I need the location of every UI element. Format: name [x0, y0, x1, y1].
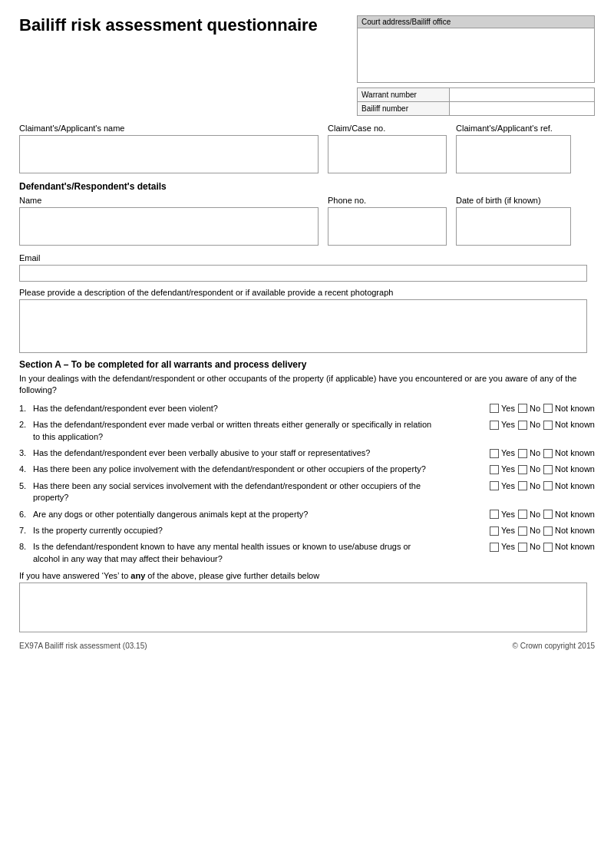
not-known-checkbox-1[interactable] — [543, 404, 553, 413]
question-row-7: 7.Is the property currently occupied?Yes… — [19, 525, 595, 536]
defendant-name-input[interactable] — [19, 207, 319, 246]
no-checkbox-5[interactable] — [518, 481, 527, 490]
not-known-group-7[interactable]: Not known — [543, 525, 595, 536]
phone-input[interactable] — [328, 207, 447, 246]
bailiff-value[interactable] — [450, 102, 594, 115]
no-checkbox-7[interactable] — [518, 526, 527, 536]
further-details-input[interactable] — [19, 583, 587, 632]
claimant-ref-input[interactable] — [456, 135, 571, 173]
description-group: Please provide a description of the defe… — [19, 288, 595, 353]
no-group-1[interactable]: No — [518, 403, 540, 414]
not-known-checkbox-8[interactable] — [543, 543, 553, 552]
not-known-group-2[interactable]: Not known — [543, 419, 595, 431]
no-checkbox-2[interactable] — [518, 421, 527, 430]
warrant-value[interactable] — [450, 88, 594, 101]
yes-checkbox-3[interactable] — [490, 449, 499, 458]
yes-checkbox-1[interactable] — [490, 404, 499, 413]
not-known-group-3[interactable]: Not known — [543, 447, 595, 459]
not-known-checkbox-6[interactable] — [543, 510, 553, 519]
defendant-row: Name Phone no. Date of birth (if known) — [19, 196, 595, 246]
question-options-1: YesNoNot known — [441, 403, 595, 414]
yes-checkbox-7[interactable] — [490, 526, 499, 536]
question-num-2: 2. — [19, 419, 33, 431]
description-input[interactable] — [19, 299, 587, 353]
yes-label-4: Yes — [501, 464, 515, 475]
further-details-any: any — [130, 571, 145, 580]
not-known-label-3: Not known — [555, 447, 595, 459]
question-row-5: 5.Has there been any social services inv… — [19, 480, 595, 504]
claimant-ref-label: Claimant's/Applicant's ref. — [456, 124, 571, 133]
page-title: Bailiff risk assessment questionnaire — [19, 15, 357, 35]
yes-group-8[interactable]: Yes — [490, 541, 515, 553]
yes-label-5: Yes — [501, 480, 515, 492]
no-checkbox-6[interactable] — [518, 510, 527, 519]
question-options-6: YesNoNot known — [441, 509, 595, 520]
no-group-7[interactable]: No — [518, 525, 540, 536]
claim-no-group: Claim/Case no. — [328, 124, 447, 173]
yes-group-7[interactable]: Yes — [490, 525, 515, 536]
yes-group-4[interactable]: Yes — [490, 464, 515, 475]
not-known-group-6[interactable]: Not known — [543, 509, 595, 520]
not-known-label-5: Not known — [555, 480, 595, 492]
not-known-checkbox-5[interactable] — [543, 481, 553, 490]
not-known-checkbox-2[interactable] — [543, 421, 553, 430]
claimant-row: Claimant's/Applicant's name Claim/Case n… — [19, 124, 595, 173]
no-label-6: No — [530, 509, 540, 520]
yes-group-3[interactable]: Yes — [490, 447, 515, 459]
warrant-row: Warrant number — [357, 87, 595, 102]
question-text-5: Has there been any social services invol… — [33, 480, 441, 504]
question-num-4: 4. — [19, 464, 33, 475]
yes-group-6[interactable]: Yes — [490, 509, 515, 520]
question-options-8: YesNoNot known — [441, 541, 595, 553]
not-known-group-8[interactable]: Not known — [543, 541, 595, 553]
yes-group-1[interactable]: Yes — [490, 403, 515, 414]
yes-checkbox-6[interactable] — [490, 510, 499, 519]
email-label: Email — [19, 253, 595, 262]
yes-checkbox-4[interactable] — [490, 465, 499, 474]
question-options-3: YesNoNot known — [441, 447, 595, 459]
bailiff-row: Bailiff number — [357, 102, 595, 116]
claim-no-input[interactable] — [328, 135, 447, 173]
question-num-5: 5. — [19, 480, 33, 492]
no-group-6[interactable]: No — [518, 509, 540, 520]
email-input[interactable] — [19, 265, 587, 282]
not-known-checkbox-3[interactable] — [543, 449, 553, 458]
no-checkbox-1[interactable] — [518, 404, 527, 413]
dob-input[interactable] — [456, 207, 571, 246]
no-label-1: No — [530, 403, 540, 414]
not-known-group-1[interactable]: Not known — [543, 403, 595, 414]
yes-checkbox-2[interactable] — [490, 421, 499, 430]
question-row-1: 1.Has the defendant/respondent ever been… — [19, 403, 595, 414]
not-known-checkbox-4[interactable] — [543, 465, 553, 474]
question-options-7: YesNoNot known — [441, 525, 595, 536]
no-group-8[interactable]: No — [518, 541, 540, 553]
yes-group-5[interactable]: Yes — [490, 480, 515, 492]
footer-left: EX97A Bailiff risk assessment (03.15) — [19, 642, 147, 650]
question-text-7: Is the property currently occupied? — [33, 525, 441, 536]
yes-checkbox-5[interactable] — [490, 481, 499, 490]
no-group-5[interactable]: No — [518, 480, 540, 492]
no-group-3[interactable]: No — [518, 447, 540, 459]
question-row-3: 3.Has the defendant/respondent ever been… — [19, 447, 595, 459]
defendant-name-group: Name — [19, 196, 319, 246]
not-known-label-1: Not known — [555, 403, 595, 414]
claimant-name-input[interactable] — [19, 135, 319, 173]
not-known-checkbox-7[interactable] — [543, 526, 553, 536]
no-group-4[interactable]: No — [518, 464, 540, 475]
yes-label-1: Yes — [501, 403, 515, 414]
no-label-2: No — [530, 419, 540, 431]
no-label-5: No — [530, 480, 540, 492]
yes-checkbox-8[interactable] — [490, 543, 499, 552]
not-known-group-4[interactable]: Not known — [543, 464, 595, 475]
yes-group-2[interactable]: Yes — [490, 419, 515, 431]
not-known-label-2: Not known — [555, 419, 595, 431]
no-checkbox-8[interactable] — [518, 543, 527, 552]
no-checkbox-3[interactable] — [518, 449, 527, 458]
no-group-2[interactable]: No — [518, 419, 540, 431]
not-known-group-5[interactable]: Not known — [543, 480, 595, 492]
not-known-label-4: Not known — [555, 464, 595, 475]
court-address-area[interactable] — [358, 28, 594, 82]
question-options-2: YesNoNot known — [441, 419, 595, 431]
no-checkbox-4[interactable] — [518, 465, 527, 474]
yes-label-6: Yes — [501, 509, 515, 520]
